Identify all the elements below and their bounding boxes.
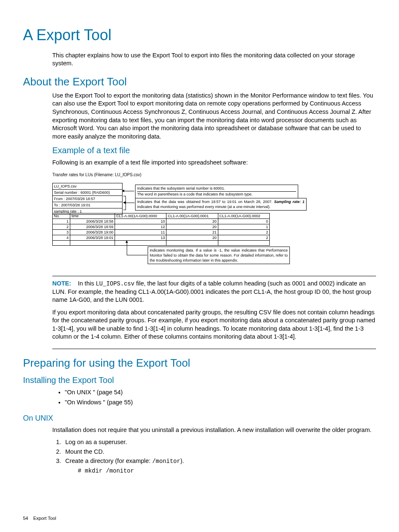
list-item: "On Windows " (page 55) — [65, 398, 376, 407]
callout-sampling-c: indicates that monitoring was performed … — [137, 205, 271, 209]
note-text-1a: In this — [78, 280, 96, 287]
example-heading: Example of a text file — [52, 145, 376, 156]
installing-heading: Installing the Export Tool — [23, 375, 376, 386]
page-title: A Export Tool — [23, 25, 376, 46]
link-unix[interactable]: "On UNIX " (page 54) — [65, 389, 123, 396]
step-3: Create a directory (for example: /monito… — [63, 457, 376, 475]
example-intro: Following is an example of a text file i… — [52, 159, 376, 167]
table-row: 2 2006/3/28 18:59 12 20 1 — [53, 224, 270, 230]
divider — [52, 349, 376, 349]
callout-sampling: Indicates that the data was obtained fro… — [135, 198, 307, 211]
table-row: 1 2006/3/28 18:58 10 20 0 — [53, 218, 270, 224]
note-paragraph-1: NOTE: In this LU_IOPS.csv file, the last… — [52, 280, 376, 304]
th-no: No. — [53, 213, 70, 218]
about-heading: About the Export Tool — [23, 75, 376, 89]
step3-text-a: Create a directory (for example: — [65, 457, 152, 464]
callout-sampling-a: Indicates that the data was obtained fro… — [137, 200, 274, 204]
table-row: 3 2006/3/28 19:00 11 21 2 — [53, 230, 270, 235]
meta-filename: LU_IOPS.csv — [53, 183, 122, 190]
note-code: LU_IOPS.csv — [96, 280, 134, 287]
meta-from: From : 2007/03/28 18:57 — [53, 196, 122, 202]
meta-box: LU_IOPS.csv Serial number : 60001 (RAID6… — [52, 183, 123, 215]
divider — [52, 276, 376, 276]
table-row-empty — [53, 241, 270, 246]
table-header-row: No. time CL1-A.00(1A-G00).0000 CL1-A.00(… — [53, 213, 270, 218]
note-paragraph-2: If you export monitoring data about conc… — [52, 308, 376, 341]
th-col2: CL1-A.00(1A-G00).0002 — [218, 213, 269, 218]
diagram-caption: Transfer rates for LUs (Filename: LU_IOP… — [52, 172, 141, 178]
callout-serial-line2: The word in parentheses is a code that i… — [137, 192, 296, 197]
callout-monitoring-data: Indicates monitoring data. If a value is… — [148, 247, 290, 264]
intro-paragraph: This chapter explains how to use the Exp… — [52, 51, 376, 68]
meta-serial: Serial number : 60001 (RAID600) — [53, 190, 122, 196]
data-table: No. time CL1-A.00(1A-G00).0000 CL1-A.00(… — [52, 213, 270, 246]
th-time: time — [70, 213, 115, 218]
callout-serial-line1: Indicates that the subsystem serial numb… — [137, 186, 296, 192]
callout-sampling-b: Sampling rate: 1 — [274, 200, 304, 204]
callout-serial: Indicates that the subsystem serial numb… — [135, 185, 298, 198]
step3-text-b: ). — [180, 457, 184, 464]
unix-intro: Installation does not require that you u… — [52, 426, 376, 434]
table-row: 4 2006/3/28 19:01 13 20 2 — [53, 235, 270, 241]
on-unix-heading: On UNIX — [23, 413, 376, 423]
th-col0: CL1-A.00(1A-G00).0000 — [115, 213, 166, 218]
step-1: Log on as a superuser. — [63, 438, 376, 447]
mkdir-command: # mkdir /monitor — [78, 467, 376, 475]
about-body: Use the Export Tool to export the monito… — [52, 92, 376, 141]
preparing-heading: Preparing for using the Export Tool — [23, 356, 376, 370]
th-col1: CL1-A.00(1A-G00).0001 — [166, 213, 218, 218]
unix-steps: Log on as a superuser. Mount the CD. Cre… — [52, 438, 376, 475]
note-label: NOTE: — [52, 280, 71, 287]
install-links-list: "On UNIX " (page 54) "On Windows " (page… — [65, 388, 376, 406]
link-windows[interactable]: "On Windows " (page 55) — [65, 399, 133, 406]
step3-code: /monitor — [152, 458, 180, 465]
list-item: "On UNIX " (page 54) — [65, 388, 376, 397]
meta-to: To : 2007/03/28 19:01 — [53, 202, 122, 208]
step-2: Mount the CD. — [63, 448, 376, 456]
example-diagram: Transfer rates for LUs (Filename: LU_IOP… — [52, 172, 312, 268]
